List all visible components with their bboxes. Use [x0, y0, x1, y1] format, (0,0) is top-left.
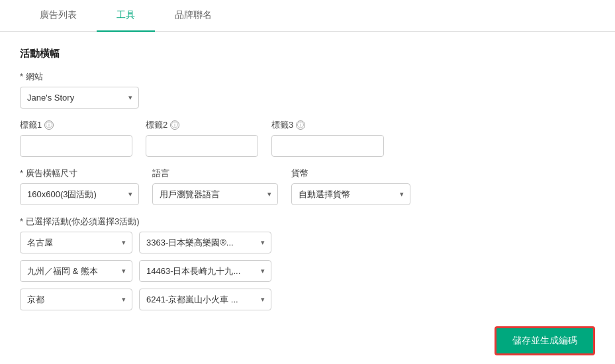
activity-location-3-wrapper: 京都 ▾ [20, 289, 132, 310]
website-select-wrapper: Jane's Story ▾ [20, 87, 139, 109]
activities-label: * 已選擇活動(你必須選擇3活動) [20, 216, 595, 228]
website-label: * 網站 [20, 71, 595, 83]
label1-label: 標籤1 ⓘ [20, 119, 132, 131]
banner-size-group: * 廣告橫幅尺寸 160x600(3固活動) ▾ [20, 167, 139, 205]
currency-select-wrapper: 自動選擇貨幣 ▾ [291, 183, 410, 205]
activity-detail-1-select[interactable]: 3363-日本樂高樂園®... [139, 232, 271, 253]
label2-group: 標籤2 ⓘ [146, 119, 258, 157]
activity-location-1-wrapper: 名古屋 ▾ [20, 232, 132, 253]
save-button[interactable]: 儲存並生成編碼 [495, 326, 595, 355]
website-field-group: * 網站 Jane's Story ▾ [20, 71, 595, 109]
label2-info-icon[interactable]: ⓘ [170, 120, 179, 130]
main-content: 活動橫幅 * 網站 Jane's Story ▾ 標籤1 ⓘ [0, 32, 615, 364]
tab-ad-list[interactable]: 廣告列表 [20, 0, 97, 32]
banner-size-select[interactable]: 160x600(3固活動) [20, 183, 139, 205]
labels-row: 標籤1 ⓘ 標籤2 ⓘ 標籤3 ⓘ [20, 119, 595, 157]
activity-row-1: 名古屋 ▾ 3363-日本樂高樂園®... ▾ [20, 232, 595, 253]
currency-group: 貨幣 自動選擇貨幣 ▾ [291, 167, 410, 205]
activity-detail-2-select[interactable]: 14463-日本長崎九十九... [139, 260, 271, 282]
banner-lang-currency-row: * 廣告橫幅尺寸 160x600(3固活動) ▾ 語言 用戶瀏覽器語言 ▾ [20, 167, 595, 205]
activity-detail-2-wrapper: 14463-日本長崎九十九... ▾ [139, 260, 271, 282]
activity-location-2-select[interactable]: 九州／福岡 & 熊本 [20, 260, 132, 282]
language-label: 語言 [152, 167, 278, 179]
currency-label: 貨幣 [291, 167, 410, 179]
label3-input[interactable] [271, 135, 384, 157]
activity-detail-1-wrapper: 3363-日本樂高樂園®... ▾ [139, 232, 271, 253]
activity-location-3-select[interactable]: 京都 [20, 289, 132, 310]
tab-brand-collab[interactable]: 品牌聯名 [155, 0, 232, 32]
activity-detail-3-wrapper: 6241-京都嵐山小火車 ... ▾ [139, 289, 271, 310]
label3-group: 標籤3 ⓘ [271, 119, 384, 157]
tab-tools[interactable]: 工具 [97, 0, 155, 32]
label2-label: 標籤2 ⓘ [146, 119, 258, 131]
label3-info-icon[interactable]: ⓘ [296, 120, 305, 130]
activity-row-2: 九州／福岡 & 熊本 ▾ 14463-日本長崎九十九... ▾ [20, 260, 595, 282]
activities-section: * 已選擇活動(你必須選擇3活動) 名古屋 ▾ 3363-日本樂高樂園®... … [20, 216, 595, 310]
language-select-wrapper: 用戶瀏覽器語言 ▾ [152, 183, 278, 205]
tab-bar: 廣告列表 工具 品牌聯名 [0, 0, 615, 32]
website-select[interactable]: Jane's Story [20, 87, 139, 109]
label1-info-icon[interactable]: ⓘ [44, 120, 54, 130]
label2-input[interactable] [146, 135, 258, 157]
activity-row-3: 京都 ▾ 6241-京都嵐山小火車 ... ▾ [20, 289, 595, 310]
activity-location-2-wrapper: 九州／福岡 & 熊本 ▾ [20, 260, 132, 282]
banner-size-label: * 廣告橫幅尺寸 [20, 167, 139, 179]
activity-location-1-select[interactable]: 名古屋 [20, 232, 132, 253]
save-button-wrapper: 儲存並生成編碼 [20, 326, 595, 355]
section-title: 活動橫幅 [20, 48, 595, 60]
banner-size-select-wrapper: 160x600(3固活動) ▾ [20, 183, 139, 205]
language-select[interactable]: 用戶瀏覽器語言 [152, 183, 278, 205]
label1-group: 標籤1 ⓘ [20, 119, 132, 157]
label1-input[interactable] [20, 135, 132, 157]
language-group: 語言 用戶瀏覽器語言 ▾ [152, 167, 278, 205]
label3-label: 標籤3 ⓘ [271, 119, 384, 131]
activity-detail-3-select[interactable]: 6241-京都嵐山小火車 ... [139, 289, 271, 310]
currency-select[interactable]: 自動選擇貨幣 [291, 183, 410, 205]
main-container: 廣告列表 工具 品牌聯名 活動橫幅 * 網站 Jane's Story ▾ 標籤… [0, 0, 615, 364]
